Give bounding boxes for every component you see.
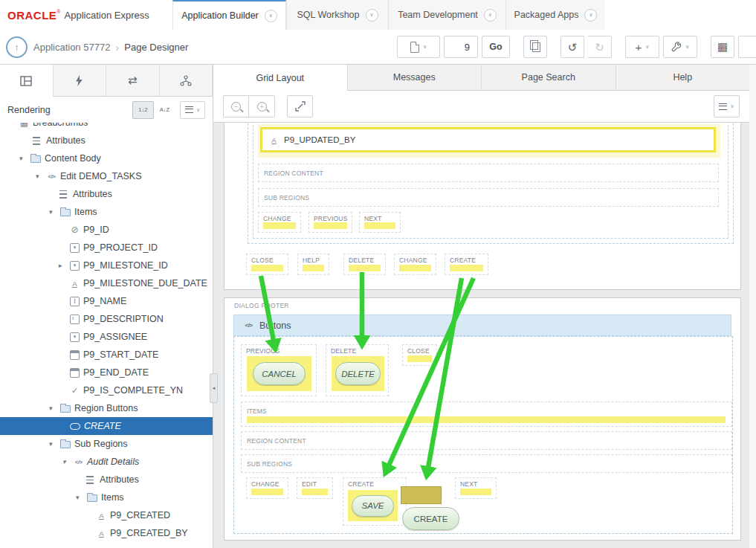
tree-item-create-button[interactable]: CREATE xyxy=(0,417,213,435)
slot-delete[interactable]: DELETE DELETE xyxy=(326,344,389,396)
expand-toggle-icon[interactable] xyxy=(49,209,60,216)
tree-item-p9-created[interactable]: P9_CREATED xyxy=(0,506,213,524)
page-icon xyxy=(410,42,419,53)
tab-grid-layout[interactable]: Grid Layout xyxy=(213,65,347,91)
tree-item-p9-milestone-id[interactable]: P9_MILESTONE_ID xyxy=(0,257,213,274)
utilities-menu-button[interactable]: ∨ xyxy=(663,36,697,58)
chevron-down-icon[interactable]: ∨ xyxy=(366,9,378,22)
tab-messages[interactable]: Messages xyxy=(347,65,482,91)
breadcrumb-application[interactable]: Application 57772 xyxy=(33,42,110,53)
tree-item-p9-name[interactable]: P9_NAME xyxy=(0,292,213,310)
tab-rendering[interactable] xyxy=(0,65,54,97)
tree-item-content-body[interactable]: Content Body xyxy=(0,149,213,167)
tree-item-breadcrumbs[interactable]: Breadcrumbs xyxy=(0,123,213,132)
go-button[interactable]: Go xyxy=(482,36,510,58)
save-button[interactable]: SAVE xyxy=(352,495,394,517)
slot-close[interactable]: CLOSE xyxy=(402,344,437,366)
chevron-down-icon: ∨ xyxy=(685,44,689,50)
tree-item-p9-assignee[interactable]: P9_ASSIGNEE xyxy=(0,328,213,346)
region-content-slot[interactable]: REGION CONTENT xyxy=(258,164,719,182)
delete-button[interactable]: DELETE xyxy=(335,362,381,385)
tree-item-p9-id[interactable]: P9_ID xyxy=(0,221,213,239)
sort-by-order-button[interactable]: 1↓2 xyxy=(132,101,154,119)
tree-item-attributes[interactable]: Attributes xyxy=(0,185,213,203)
tab-packaged-apps[interactable]: Packaged Apps ∨ xyxy=(505,0,605,30)
tab-page-shared-components[interactable] xyxy=(160,65,213,97)
right-panel-collapsed-strip[interactable] xyxy=(749,65,756,548)
layout-item-p9-updated-by[interactable]: P9_UPDATED_BY xyxy=(260,127,716,152)
tree-item-p9-is-complete-yn[interactable]: P9_IS_COMPLETE_YN xyxy=(0,381,213,399)
slot-create[interactable]: CREATE SAVE xyxy=(343,477,407,526)
expand-button[interactable] xyxy=(287,95,313,117)
redo-button[interactable]: ↻ xyxy=(588,36,612,58)
tab-application-builder[interactable]: Application Builder ∨ xyxy=(172,0,286,30)
sub-regions-slot[interactable]: SUB REGIONS xyxy=(241,454,732,473)
tree-item-p9-end-date[interactable]: P9_END_DATE xyxy=(0,364,213,381)
tree-item-p9-start-date[interactable]: P9_START_DATE xyxy=(0,346,213,364)
slot-edit[interactable]: EDIT xyxy=(297,477,333,499)
tree-item-p9-project-id[interactable]: P9_PROJECT_ID xyxy=(0,239,213,257)
slot-next[interactable]: NEXT xyxy=(455,477,497,499)
panel-splitter-handle[interactable] xyxy=(210,373,218,403)
shared-components-button[interactable]: ▦ xyxy=(711,36,734,58)
tree-item-attributes[interactable]: Attributes xyxy=(0,471,213,489)
page-finder-button[interactable]: ∨ xyxy=(397,36,440,58)
zoom-in-icon: + xyxy=(257,102,267,112)
tree-item-sub-regions[interactable]: Sub Regions xyxy=(0,435,213,453)
tree-item-p9-created-by[interactable]: P9_CREATED_BY xyxy=(0,524,213,542)
tab-processing[interactable]: ⇄ xyxy=(106,65,160,97)
tree-item-attributes[interactable]: Attributes xyxy=(0,132,213,149)
region-content-slot[interactable]: REGION CONTENT xyxy=(241,431,732,450)
create-menu-button[interactable]: + ∨ xyxy=(625,36,659,58)
layout-button-help[interactable]: HELP xyxy=(297,254,329,275)
expand-toggle-icon[interactable] xyxy=(36,173,47,180)
layout-menu-button[interactable]: ∨ xyxy=(714,95,740,117)
buttons-region-header[interactable]: Buttons xyxy=(233,315,731,336)
chevron-down-icon[interactable]: ∨ xyxy=(484,9,497,22)
tree-item-p9-description[interactable]: P9_DESCRIPTION xyxy=(0,310,213,328)
tab-dynamic-actions[interactable] xyxy=(54,65,107,97)
breadcrumb-separator-icon: › xyxy=(115,41,119,54)
items-slot[interactable]: ITEMS xyxy=(241,402,732,427)
layout-button-change-2[interactable]: CHANGE xyxy=(394,254,436,275)
layout-button-change[interactable]: CHANGE xyxy=(258,212,301,233)
tab-help[interactable]: Help xyxy=(616,65,750,91)
clipped-toolbar-button[interactable] xyxy=(738,36,756,58)
go-to-application-icon[interactable]: ↑ xyxy=(6,36,28,58)
tab-page-search[interactable]: Page Search xyxy=(481,65,616,91)
expand-toggle-icon[interactable] xyxy=(19,155,30,162)
sub-regions-slot[interactable]: SUB REGIONS xyxy=(258,188,719,207)
slot-change[interactable]: CHANGE xyxy=(246,477,288,499)
zoom-in-button[interactable]: + xyxy=(249,95,275,117)
tree-item-edit-demo-tasks[interactable]: Edit DEMO_TASKS xyxy=(0,167,213,185)
expand-toggle-icon[interactable] xyxy=(62,459,74,465)
layout-button-create[interactable]: CREATE xyxy=(445,254,488,275)
create-button[interactable]: CREATE xyxy=(402,507,459,530)
lightning-bolt-icon xyxy=(75,75,83,86)
chevron-down-icon[interactable]: ∨ xyxy=(265,10,277,22)
tree-item-p9-milestone-due-date[interactable]: P9_MILESTONE_DUE_DATE xyxy=(0,274,213,292)
layout-button-close[interactable]: CLOSE xyxy=(246,254,288,275)
undo-button[interactable]: ↺ xyxy=(560,36,584,58)
tree-item-region-buttons[interactable]: Region Buttons xyxy=(0,399,213,417)
expand-toggle-icon[interactable] xyxy=(49,441,60,448)
cancel-button[interactable]: CANCEL xyxy=(253,362,306,385)
slot-previous[interactable]: PREVIOUS CANCEL xyxy=(241,344,317,396)
layout-button-delete[interactable]: DELETE xyxy=(343,254,386,275)
tree-item-audit-details[interactable]: Audit Details xyxy=(0,453,213,471)
layout-button-previous[interactable]: PREVIOUS xyxy=(308,212,352,233)
expand-toggle-icon[interactable] xyxy=(59,262,70,269)
sort-alphabetical-button[interactable]: A↓Z xyxy=(154,101,175,119)
tab-team-development[interactable]: Team Development ∨ xyxy=(388,0,505,30)
chevron-down-icon[interactable]: ∨ xyxy=(584,9,597,22)
page-number-input[interactable] xyxy=(444,36,478,58)
expand-toggle-icon[interactable] xyxy=(76,494,87,501)
layout-button-next[interactable]: NEXT xyxy=(359,212,401,233)
tree-menu-button[interactable]: ∨ xyxy=(180,101,205,119)
tree-item-items[interactable]: Items xyxy=(0,203,213,221)
expand-toggle-icon[interactable] xyxy=(49,405,60,412)
tree-item-items[interactable]: Items xyxy=(0,489,213,506)
tab-sql-workshop[interactable]: SQL Workshop ∨ xyxy=(286,0,388,30)
zoom-out-button[interactable]: − xyxy=(223,95,249,117)
copy-page-button[interactable] xyxy=(523,36,547,58)
